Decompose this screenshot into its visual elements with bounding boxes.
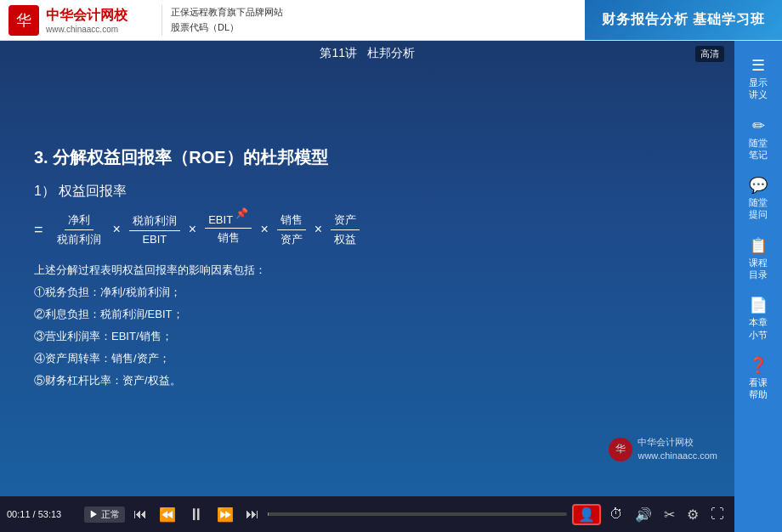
sidebar-item-help[interactable]: ❓ 看课帮助	[737, 349, 779, 408]
sidebar-item-notes[interactable]: ✏ 随堂笔记	[737, 110, 779, 168]
watermark-icon: 华	[609, 438, 632, 461]
watermark: 华 中华会计网校 www.chinaacc.com	[609, 436, 717, 462]
analysis-item-2: ②利息负担：税前利润/EBIT；	[34, 303, 700, 325]
analysis-text: 上述分解过程表明权益回报率的影响因素包括： ①税务负担：净利/税前利润； ②利息…	[34, 259, 700, 392]
catalog-icon: 📋	[749, 236, 768, 255]
logo-icon: 华	[8, 5, 39, 36]
header-divider	[162, 5, 162, 36]
notes-icon: ✏	[752, 116, 765, 135]
sidebar-item-catalog[interactable]: 📋 课程目录	[737, 229, 779, 288]
stock-code: 股票代码（DL）	[171, 20, 283, 36]
fraction-2: 税前利润 EBIT	[129, 213, 180, 246]
equals-sign: =	[34, 221, 43, 239]
pause-button[interactable]: ⏸	[184, 503, 208, 526]
time-display: 00:11 / 53:13	[7, 509, 79, 519]
hd-badge[interactable]: 高清	[695, 46, 724, 62]
volume-button[interactable]: 🔊	[632, 505, 655, 524]
video-title: 第11讲 杜邦分析	[320, 46, 414, 61]
logo-area: 华 中华会计网校 www.chinaacc.com	[0, 5, 153, 36]
rewind-button[interactable]: ⏪	[156, 505, 179, 524]
help-icon: ❓	[749, 356, 768, 375]
logo-text-block: 中华会计网校 www.chinaacc.com	[46, 7, 128, 34]
site-info: 正保远程教育旗下品牌网站 股票代码（DL）	[171, 5, 283, 35]
multiply-4: ×	[314, 222, 322, 237]
main-layout: 第11讲 杜邦分析 高清 华 中华会计网校 www.chinaacc.com 3…	[0, 41, 782, 532]
analysis-item-1: ①税务负担：净利/税前利润；	[34, 281, 700, 303]
slide-title: 3. 分解权益回报率（ROE）的杜邦模型	[34, 146, 700, 169]
site-desc: 正保远程教育旗下品牌网站	[171, 5, 283, 20]
site-name: 中华会计网校	[46, 7, 128, 25]
cut-button[interactable]: ✂	[660, 505, 678, 524]
header: 华 中华会计网校 www.chinaacc.com 正保远程教育旗下品牌网站 股…	[0, 0, 782, 41]
sidebar-item-question[interactable]: 💬 随堂提问	[737, 169, 779, 228]
forward-button[interactable]: ⏩	[213, 505, 237, 524]
fraction-3: EBIT 📌 销售	[205, 213, 252, 246]
video-top-bar: 第11讲 杜邦分析 高清	[0, 41, 734, 66]
multiply-1: ×	[113, 222, 121, 237]
settings-button[interactable]: ⚙	[683, 505, 702, 524]
pin-icon: 📌	[235, 207, 248, 219]
analysis-item-3: ③营业利润率：EBIT/销售；	[34, 325, 700, 348]
progress-bar[interactable]	[268, 512, 567, 516]
fullscreen-button[interactable]: ⛶	[707, 505, 728, 524]
course-title: 财务报告分析 基础学习班	[585, 0, 782, 40]
progress-fill	[268, 512, 269, 516]
formula-row: = 净利 税前利润 × 税前利润 EBIT × EBIT 📌 销售	[34, 212, 700, 247]
lecture-content: 3. 分解权益回报率（ROE）的杜邦模型 1） 权益回报率 = 净利 税前利润 …	[0, 129, 734, 409]
video-content: 华 中华会计网校 www.chinaacc.com 3. 分解权益回报率（ROE…	[0, 41, 734, 496]
video-container: 第11讲 杜邦分析 高清 华 中华会计网校 www.chinaacc.com 3…	[0, 41, 734, 532]
chapter-icon: 📄	[749, 296, 768, 314]
analysis-item-5: ⑤财务杠杆比率：资产/权益。	[34, 370, 700, 392]
fraction-4: 销售 资产	[277, 212, 306, 247]
sidebar-item-chapter[interactable]: 📄 本章小节	[737, 289, 779, 348]
sidebar: ☰ 显示讲义 ✏ 随堂笔记 💬 随堂提问 📋 课程目录 📄 本章小节 ❓ 看课帮…	[734, 41, 782, 532]
display-icon: ☰	[751, 56, 765, 75]
next-chapter-button[interactable]: ⏭	[242, 505, 263, 524]
sidebar-item-display-lecture[interactable]: ☰ 显示讲义	[737, 49, 779, 108]
multiply-2: ×	[189, 222, 196, 237]
timer-button[interactable]: ⏱	[606, 505, 626, 524]
site-url: www.chinaacc.com	[46, 25, 128, 34]
fraction-1: 净利 税前利润	[54, 212, 105, 247]
fraction-5: 资产 权益	[331, 212, 360, 247]
teacher-button[interactable]: 👤	[572, 504, 601, 525]
multiply-3: ×	[260, 222, 268, 237]
prev-chapter-button[interactable]: ⏮	[130, 505, 150, 524]
slide-subtitle: 1） 权益回报率	[34, 183, 700, 201]
speed-button[interactable]: ▶ 正常	[84, 507, 125, 523]
video-controls: 00:11 / 53:13 ▶ 正常 ⏮ ⏪ ⏸ ⏩ ⏭ 👤 ⏱ 🔊 ✂ ⚙ ⛶	[0, 496, 734, 532]
question-icon: 💬	[749, 176, 768, 195]
analysis-item-4: ④资产周转率：销售/资产；	[34, 348, 700, 370]
watermark-text: 中华会计网校 www.chinaacc.com	[638, 436, 717, 462]
